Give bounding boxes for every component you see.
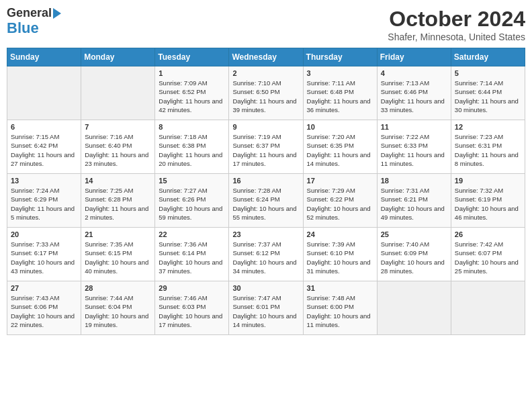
calendar-day-cell: 9Sunrise: 7:19 AMSunset: 6:37 PMDaylight… bbox=[229, 120, 303, 174]
calendar-day-cell: 30Sunrise: 7:47 AMSunset: 6:01 PMDayligh… bbox=[229, 281, 303, 335]
location-label: Shafer, Minnesota, United States bbox=[388, 32, 525, 42]
day-info: Sunrise: 7:29 AMSunset: 6:22 PMDaylight:… bbox=[307, 186, 373, 222]
day-info: Sunrise: 7:47 AMSunset: 6:01 PMDaylight:… bbox=[232, 293, 299, 329]
calendar-day-cell: 4Sunrise: 7:13 AMSunset: 6:46 PMDaylight… bbox=[377, 66, 451, 120]
calendar-day-cell: 17Sunrise: 7:29 AMSunset: 6:22 PMDayligh… bbox=[303, 174, 377, 228]
day-number: 18 bbox=[381, 177, 447, 185]
day-number: 26 bbox=[455, 230, 521, 238]
day-info: Sunrise: 7:11 AMSunset: 6:48 PMDaylight:… bbox=[307, 79, 373, 114]
day-info: Sunrise: 7:40 AMSunset: 6:09 PMDaylight:… bbox=[381, 240, 447, 275]
day-number: 20 bbox=[11, 230, 77, 238]
calendar-day-cell: 6Sunrise: 7:15 AMSunset: 6:42 PMDaylight… bbox=[7, 120, 81, 174]
title-block: October 2024 Shafer, Minnesota, United S… bbox=[388, 7, 525, 42]
day-number: 1 bbox=[159, 69, 225, 77]
day-number: 14 bbox=[85, 177, 151, 185]
day-info: Sunrise: 7:48 AMSunset: 6:00 PMDaylight:… bbox=[307, 293, 373, 329]
calendar-day-cell: 24Sunrise: 7:39 AMSunset: 6:10 PMDayligh… bbox=[303, 228, 377, 281]
day-number: 16 bbox=[232, 177, 299, 185]
calendar-day-cell: 20Sunrise: 7:33 AMSunset: 6:17 PMDayligh… bbox=[7, 228, 81, 281]
day-number: 4 bbox=[381, 69, 447, 77]
day-number: 30 bbox=[232, 284, 299, 292]
day-info: Sunrise: 7:19 AMSunset: 6:37 PMDaylight:… bbox=[232, 132, 299, 168]
calendar-day-cell: 15Sunrise: 7:27 AMSunset: 6:26 PMDayligh… bbox=[155, 174, 229, 228]
calendar-day-cell: 19Sunrise: 7:32 AMSunset: 6:19 PMDayligh… bbox=[451, 174, 525, 228]
day-number: 11 bbox=[381, 123, 447, 131]
day-info: Sunrise: 7:24 AMSunset: 6:29 PMDaylight:… bbox=[11, 186, 77, 222]
calendar-day-cell bbox=[451, 281, 525, 335]
day-number: 22 bbox=[159, 230, 225, 238]
day-info: Sunrise: 7:13 AMSunset: 6:46 PMDaylight:… bbox=[381, 79, 447, 114]
day-number: 28 bbox=[85, 284, 151, 292]
calendar-week-row: 27Sunrise: 7:43 AMSunset: 6:06 PMDayligh… bbox=[7, 281, 525, 335]
weekday-header: Saturday bbox=[451, 48, 525, 66]
calendar-day-cell: 1Sunrise: 7:09 AMSunset: 6:52 PMDaylight… bbox=[155, 66, 229, 120]
calendar-day-cell: 22Sunrise: 7:36 AMSunset: 6:14 PMDayligh… bbox=[155, 228, 229, 281]
calendar-day-cell: 2Sunrise: 7:10 AMSunset: 6:50 PMDaylight… bbox=[229, 66, 303, 120]
calendar-day-cell: 3Sunrise: 7:11 AMSunset: 6:48 PMDaylight… bbox=[303, 66, 377, 120]
calendar-day-cell: 5Sunrise: 7:14 AMSunset: 6:44 PMDaylight… bbox=[451, 66, 525, 120]
logo: General Blue bbox=[7, 7, 61, 36]
day-info: Sunrise: 7:28 AMSunset: 6:24 PMDaylight:… bbox=[232, 186, 299, 222]
calendar-week-row: 20Sunrise: 7:33 AMSunset: 6:17 PMDayligh… bbox=[7, 228, 525, 281]
calendar-day-cell: 18Sunrise: 7:31 AMSunset: 6:21 PMDayligh… bbox=[377, 174, 451, 228]
calendar-day-cell bbox=[7, 66, 81, 120]
weekday-header: Monday bbox=[81, 48, 155, 66]
calendar-day-cell: 27Sunrise: 7:43 AMSunset: 6:06 PMDayligh… bbox=[7, 281, 81, 335]
day-info: Sunrise: 7:27 AMSunset: 6:26 PMDaylight:… bbox=[159, 186, 225, 222]
day-number: 6 bbox=[11, 123, 77, 131]
day-info: Sunrise: 7:33 AMSunset: 6:17 PMDaylight:… bbox=[11, 240, 77, 275]
day-info: Sunrise: 7:35 AMSunset: 6:15 PMDaylight:… bbox=[85, 240, 151, 275]
day-number: 29 bbox=[159, 284, 225, 292]
month-title: October 2024 bbox=[388, 7, 525, 32]
weekday-header: Sunday bbox=[7, 48, 81, 66]
day-number: 3 bbox=[307, 69, 373, 77]
day-number: 17 bbox=[307, 177, 373, 185]
weekday-header: Wednesday bbox=[229, 48, 303, 66]
calendar-day-cell: 31Sunrise: 7:48 AMSunset: 6:00 PMDayligh… bbox=[303, 281, 377, 335]
day-info: Sunrise: 7:15 AMSunset: 6:42 PMDaylight:… bbox=[11, 132, 77, 168]
calendar-day-cell: 23Sunrise: 7:37 AMSunset: 6:12 PMDayligh… bbox=[229, 228, 303, 281]
calendar-day-cell: 11Sunrise: 7:22 AMSunset: 6:33 PMDayligh… bbox=[377, 120, 451, 174]
day-info: Sunrise: 7:25 AMSunset: 6:28 PMDaylight:… bbox=[85, 186, 151, 222]
weekday-header: Thursday bbox=[303, 48, 377, 66]
day-number: 27 bbox=[11, 284, 77, 292]
day-number: 24 bbox=[307, 230, 373, 238]
day-info: Sunrise: 7:36 AMSunset: 6:14 PMDaylight:… bbox=[159, 240, 225, 275]
day-info: Sunrise: 7:42 AMSunset: 6:07 PMDaylight:… bbox=[455, 240, 521, 275]
day-number: 25 bbox=[381, 230, 447, 238]
day-info: Sunrise: 7:46 AMSunset: 6:03 PMDaylight:… bbox=[159, 293, 225, 329]
day-number: 8 bbox=[159, 123, 225, 131]
day-number: 31 bbox=[307, 284, 373, 292]
logo-arrow-icon bbox=[53, 8, 61, 19]
calendar-week-row: 1Sunrise: 7:09 AMSunset: 6:52 PMDaylight… bbox=[7, 66, 525, 120]
day-number: 5 bbox=[455, 69, 521, 77]
calendar-table: SundayMondayTuesdayWednesdayThursdayFrid… bbox=[7, 48, 525, 335]
day-info: Sunrise: 7:10 AMSunset: 6:50 PMDaylight:… bbox=[232, 79, 299, 114]
day-number: 12 bbox=[455, 123, 521, 131]
weekday-header: Tuesday bbox=[155, 48, 229, 66]
day-info: Sunrise: 7:09 AMSunset: 6:52 PMDaylight:… bbox=[159, 79, 225, 114]
day-info: Sunrise: 7:37 AMSunset: 6:12 PMDaylight:… bbox=[232, 240, 299, 275]
day-info: Sunrise: 7:44 AMSunset: 6:04 PMDaylight:… bbox=[85, 293, 151, 329]
calendar-day-cell: 25Sunrise: 7:40 AMSunset: 6:09 PMDayligh… bbox=[377, 228, 451, 281]
calendar-day-cell: 29Sunrise: 7:46 AMSunset: 6:03 PMDayligh… bbox=[155, 281, 229, 335]
calendar-day-cell bbox=[377, 281, 451, 335]
calendar-day-cell: 26Sunrise: 7:42 AMSunset: 6:07 PMDayligh… bbox=[451, 228, 525, 281]
calendar-day-cell: 14Sunrise: 7:25 AMSunset: 6:28 PMDayligh… bbox=[81, 174, 155, 228]
day-info: Sunrise: 7:32 AMSunset: 6:19 PMDaylight:… bbox=[455, 186, 521, 222]
calendar-day-cell: 13Sunrise: 7:24 AMSunset: 6:29 PMDayligh… bbox=[7, 174, 81, 228]
day-number: 21 bbox=[85, 230, 151, 238]
calendar-day-cell: 16Sunrise: 7:28 AMSunset: 6:24 PMDayligh… bbox=[229, 174, 303, 228]
day-number: 19 bbox=[455, 177, 521, 185]
calendar-day-cell: 28Sunrise: 7:44 AMSunset: 6:04 PMDayligh… bbox=[81, 281, 155, 335]
calendar-day-cell: 10Sunrise: 7:20 AMSunset: 6:35 PMDayligh… bbox=[303, 120, 377, 174]
calendar-week-row: 6Sunrise: 7:15 AMSunset: 6:42 PMDaylight… bbox=[7, 120, 525, 174]
calendar-day-cell bbox=[81, 66, 155, 120]
weekday-header-row: SundayMondayTuesdayWednesdayThursdayFrid… bbox=[7, 48, 525, 66]
page-header: General Blue October 2024 Shafer, Minnes… bbox=[7, 7, 525, 42]
day-number: 7 bbox=[85, 123, 151, 131]
day-info: Sunrise: 7:23 AMSunset: 6:31 PMDaylight:… bbox=[455, 132, 521, 168]
calendar-day-cell: 8Sunrise: 7:18 AMSunset: 6:38 PMDaylight… bbox=[155, 120, 229, 174]
day-info: Sunrise: 7:14 AMSunset: 6:44 PMDaylight:… bbox=[455, 79, 521, 114]
day-info: Sunrise: 7:16 AMSunset: 6:40 PMDaylight:… bbox=[85, 132, 151, 168]
